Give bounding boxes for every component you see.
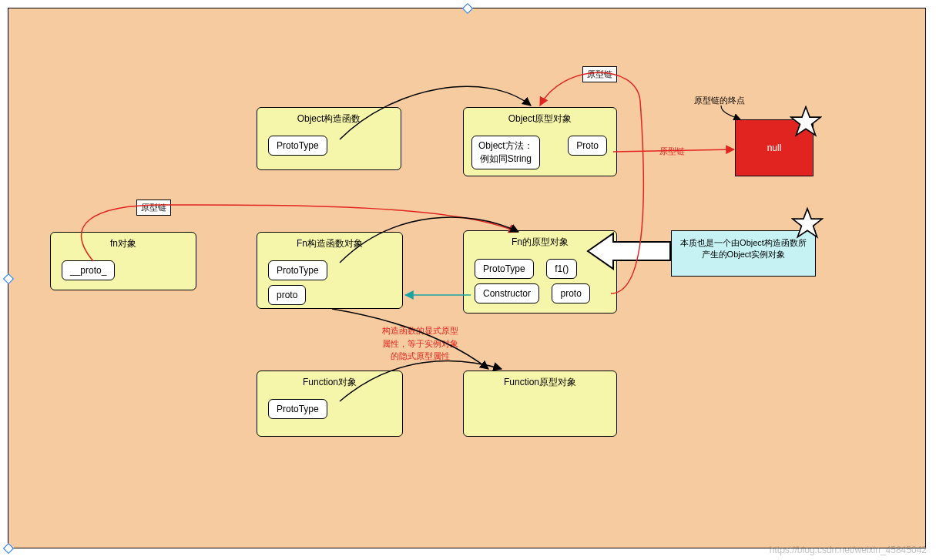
fn-constructor-proto-chip: proto [268,285,306,305]
function-object-box: Function对象 ProtoType [257,371,403,437]
endpoint-label: 原型链的终点 [694,95,745,106]
svg-marker-2 [588,233,670,269]
fn-constructor-box: Fn构造函数对象 ProtoType proto [257,232,403,309]
object-constructor-box: Object构造函数 ProtoType [257,107,401,170]
chain-label-top: 原型链 [582,66,617,82]
fn-object-proto-chip: __proto_ [62,260,115,280]
function-prototype-box: Function原型对象 [463,371,617,437]
handle-icon [462,3,473,14]
fn-object-title: fn对象 [51,233,196,258]
object-constructor-prototype-chip: ProtoType [268,136,327,156]
fn-prototype-proto-chip: proto [552,283,589,303]
edge-arrow [721,106,740,119]
chain-label-left: 原型链 [136,200,171,216]
star-icon [790,106,822,138]
fn-prototype-f1-chip: f1() [546,259,577,279]
red-center-text: 构造函数的显式原型 属性，等于实例对象 的隐式原型属性 [382,324,458,363]
object-proto-chip: Proto [568,136,607,156]
object-constructor-title: Object构造函数 [257,108,401,133]
fn-constructor-title: Fn构造函数对象 [257,233,402,258]
watermark-text: https://blog.csdn.net/weixin_45845042 [770,545,927,555]
object-prototype-box: Object原型对象 Object方法： 例如同String Proto [463,107,617,176]
function-object-prototype-chip: ProtoType [268,399,327,419]
svg-marker-1 [793,209,823,237]
svg-marker-0 [791,107,821,136]
cyan-note-text: 本质也是一个由Object构造函数所产生的Object实例对象 [680,238,807,259]
chain-label-right: 原型链 [659,146,685,157]
fn-object-box: fn对象 __proto_ [50,232,196,290]
null-text: null [767,143,782,153]
fn-prototype-constructor-chip: Constructor [475,283,539,303]
fn-constructor-prototype-chip: ProtoType [268,260,327,280]
function-object-title: Function对象 [257,371,402,397]
handle-icon [3,543,14,554]
star-icon [791,207,824,240]
fn-prototype-prototype-chip: ProtoType [475,259,534,279]
diagram-canvas: Object构造函数 ProtoType Object原型对象 Object方法… [8,8,926,548]
object-methods-chip: Object方法： 例如同String [471,136,540,169]
big-arrow-icon [586,232,673,270]
handle-icon [3,273,14,284]
function-prototype-title: Function原型对象 [464,371,616,397]
object-prototype-title: Object原型对象 [464,108,616,133]
